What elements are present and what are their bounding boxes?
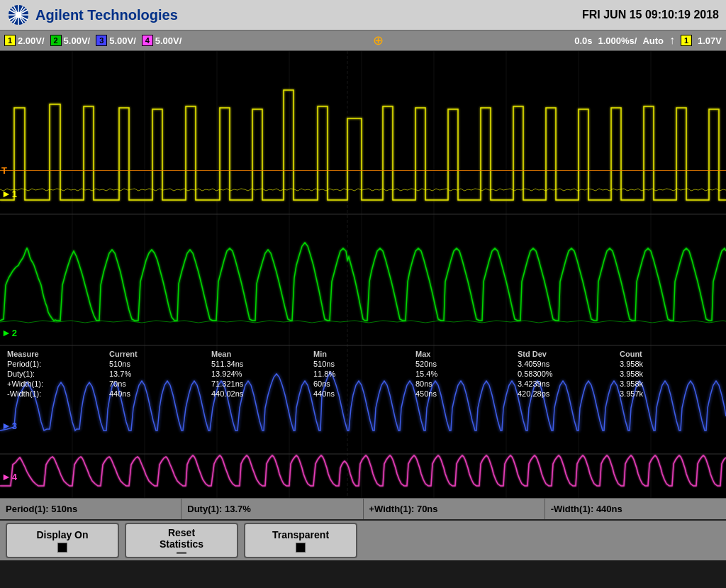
meas-0-current: 510ns — [108, 359, 210, 369]
ch1-arrow-icon: ► — [1, 188, 11, 199]
trigger-center-icon: ⊕ — [187, 33, 569, 48]
meas-1-max: 15.4% — [414, 369, 516, 379]
meas-header-row: Measure Current Mean Min Max Std Dev Cou… — [6, 349, 720, 359]
ch4-toolbar-item[interactable]: 4 5.00V/ — [142, 35, 182, 46]
trigger-t-label: T — [1, 165, 7, 176]
timebase-value: 0.0s — [574, 35, 592, 46]
display-on-label: Display On — [36, 529, 88, 540]
ch1-number: 1 — [12, 189, 17, 199]
reset-statistics-button[interactable]: ResetStatistics — [125, 523, 238, 558]
ch2-waveform — [0, 214, 726, 345]
ch4-waveform — [0, 454, 726, 498]
meas-1-current: 13.7% — [108, 369, 210, 379]
ch2-scale: 5.00V/ — [64, 35, 91, 46]
status-minus-width: -Width(1): 440ns — [545, 499, 726, 519]
status-plus-width: +Width(1): 70ns — [364, 499, 545, 519]
meas-col-header-count: Count — [618, 349, 720, 359]
ch1-badge: 1 — [4, 35, 16, 46]
brand-name: Agilent Technologies — [35, 7, 178, 23]
ch2-badge: 2 — [50, 35, 62, 46]
meas-3-min: 440ns — [312, 389, 414, 399]
meas-row-0: Period(1): 510ns 511.34ns 510ns 520ns 3.… — [6, 359, 720, 369]
meas-0-min: 510ns — [312, 359, 414, 369]
ch4-number: 4 — [12, 472, 17, 482]
svg-point-9 — [16, 12, 21, 18]
display-on-button[interactable]: Display On — [6, 523, 119, 558]
trigger-level-line — [0, 170, 726, 171]
ch3-toolbar-item[interactable]: 3 5.00V/ — [96, 35, 136, 46]
meas-1-min: 11.8% — [312, 369, 414, 379]
header: Agilent Technologies FRI JUN 15 09:10:19… — [0, 0, 726, 30]
trigger-slope-icon: ↑ — [669, 34, 675, 47]
meas-col-header-mean: Mean — [210, 349, 312, 359]
ch2-label: ► 2 — [1, 327, 17, 338]
meas-row-2: +Width(1): 70ns 71.321ns 60ns 80ns 3.423… — [6, 379, 720, 389]
meas-3-max: 450ns — [414, 389, 516, 399]
ch1-label: ► 1 — [1, 188, 17, 199]
header-left: Agilent Technologies — [7, 4, 178, 26]
ch3-badge: 3 — [96, 35, 107, 46]
ch1-scale: 2.00V/ — [18, 35, 45, 46]
ch3-label: ► 3 — [1, 420, 17, 431]
agilent-logo-icon — [7, 4, 30, 26]
meas-0-label: Period(1): — [6, 359, 108, 369]
transparent-checkbox[interactable] — [296, 543, 306, 553]
meas-0-stddev: 3.4059ns — [516, 359, 618, 369]
meas-col-header-max: Max — [414, 349, 516, 359]
measurement-table: Measure Current Mean Min Max Std Dev Cou… — [6, 349, 720, 399]
ch1-toolbar-item[interactable]: 1 2.00V/ — [4, 35, 45, 46]
meas-1-count: 3.958k — [618, 369, 720, 379]
meas-0-mean: 511.34ns — [210, 359, 312, 369]
ch4-label: ► 4 — [1, 471, 17, 482]
meas-row-3: -Width(1): 440ns 440.02ns 440ns 450ns 42… — [6, 389, 720, 399]
meas-1-label: Duty(1): — [6, 369, 108, 379]
meas-2-stddev: 3.4239ns — [516, 379, 618, 389]
transparent-label: Transparent — [272, 529, 329, 540]
oscilloscope-display: T ► 1 ► 2 ► 3 ► 4 Measure Current Mean M… — [0, 51, 726, 498]
reset-statistics-label: ResetStatistics — [160, 527, 203, 550]
meas-0-count: 3.958k — [618, 359, 720, 369]
ch4-badge: 4 — [142, 35, 153, 46]
ch3-number: 3 — [12, 421, 17, 431]
status-duty: Duty(1): 13.7% — [182, 499, 363, 519]
ch4-arrow-icon: ► — [1, 471, 11, 482]
meas-2-max: 80ns — [414, 379, 516, 389]
ch4-scale: 5.00V/ — [155, 35, 182, 46]
meas-1-mean: 13.924% — [210, 369, 312, 379]
toolbar: 1 2.00V/ 2 5.00V/ 3 5.00V/ 4 5.00V/ ⊕ 0.… — [0, 30, 726, 51]
meas-col-header-measure: Measure — [6, 349, 108, 359]
meas-3-current: 440ns — [108, 389, 210, 399]
datetime-display: FRI JUN 15 09:10:19 2018 — [582, 9, 719, 21]
status-bar: Period(1): 510ns Duty(1): 13.7% +Width(1… — [0, 498, 726, 519]
meas-2-label: +Width(1): — [6, 379, 108, 389]
transparent-button[interactable]: Transparent — [244, 523, 357, 558]
meas-2-current: 70ns — [108, 379, 210, 389]
meas-0-max: 520ns — [414, 359, 516, 369]
meas-col-header-current: Current — [108, 349, 210, 359]
meas-3-stddev: 420.28ps — [516, 389, 618, 399]
meas-1-stddev: 0.58300% — [516, 369, 618, 379]
meas-3-count: 3.957k — [618, 389, 720, 399]
meas-col-header-min: Min — [312, 349, 414, 359]
trigger-ch-badge: 1 — [681, 35, 692, 46]
meas-3-label: -Width(1): — [6, 389, 108, 399]
reset-statistics-checkbox — [177, 552, 186, 554]
time-div-value: 1.000%s/ — [598, 35, 637, 46]
meas-col-header-stddev: Std Dev — [516, 349, 618, 359]
status-period: Period(1): 510ns — [0, 499, 182, 519]
ch3-scale: 5.00V/ — [109, 35, 136, 46]
ch1-waveform — [0, 51, 726, 214]
trigger-mode: Auto — [642, 35, 664, 46]
meas-row-1: Duty(1): 13.7% 13.924% 11.8% 15.4% 0.583… — [6, 369, 720, 379]
meas-2-mean: 71.321ns — [210, 379, 312, 389]
ch3-arrow-icon: ► — [1, 420, 11, 431]
button-bar: Display On ResetStatistics Transparent — [0, 519, 726, 560]
meas-3-mean: 440.02ns — [210, 389, 312, 399]
display-on-checkbox[interactable] — [57, 543, 67, 553]
ch2-toolbar-item[interactable]: 2 5.00V/ — [50, 35, 91, 46]
meas-2-count: 3.958k — [618, 379, 720, 389]
ch2-number: 2 — [12, 328, 17, 338]
meas-2-min: 60ns — [312, 379, 414, 389]
trigger-level-value: 1.07V — [698, 35, 722, 46]
ch2-arrow-icon: ► — [1, 327, 11, 338]
